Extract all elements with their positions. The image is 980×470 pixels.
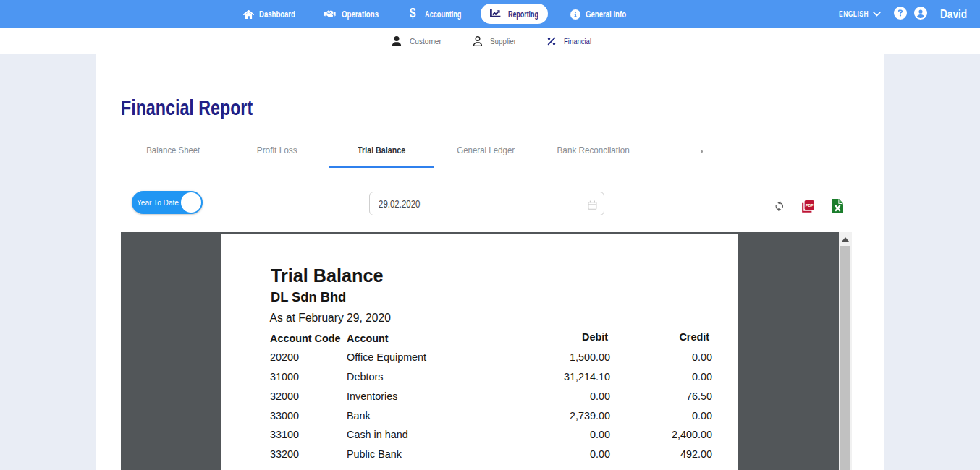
svg-text:PDF: PDF <box>806 203 814 208</box>
